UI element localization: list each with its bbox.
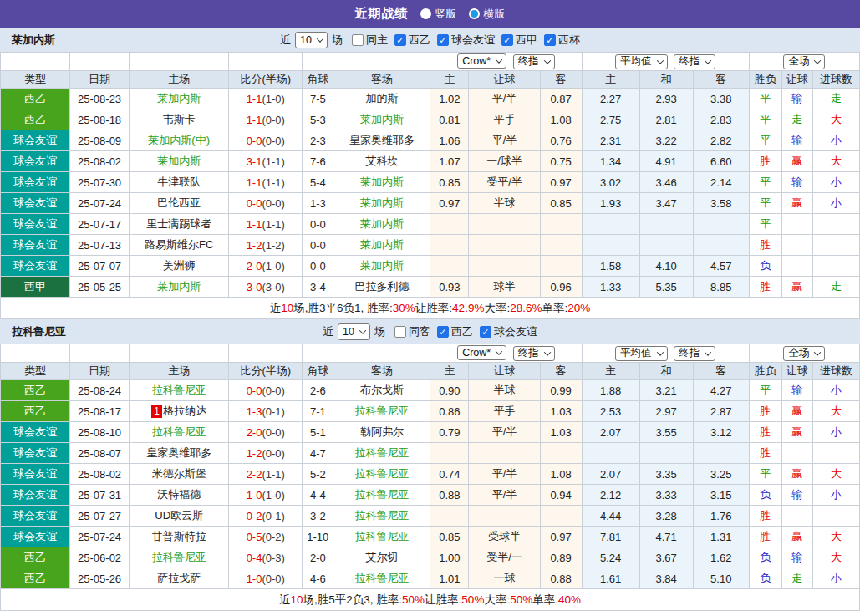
col-header-crow-away: 客	[540, 363, 582, 380]
away-team-cell: 艾尔切	[333, 547, 430, 568]
checkbox-icon[interactable]	[352, 34, 364, 46]
match-row: 西乙25-08-18韦斯卡1-1(0-0)5-3莱加内斯0.81平手1.082.…	[1, 109, 860, 130]
match-row: 球会友谊25-08-09莱加内斯(中)0-0(0-0)2-3皇家奥维耶多1.06…	[1, 130, 860, 151]
away-team-name: 拉科鲁尼亚	[354, 488, 409, 501]
filter-label: 同客	[409, 324, 430, 339]
match-row: 球会友谊25-08-02米德尔斯堡2-2(1-1)5-2拉科鲁尼亚0.74平/半…	[1, 464, 860, 485]
handicap-away-odds	[540, 235, 582, 256]
handicap-away-odds: 0.99	[540, 380, 582, 401]
games-count-select[interactable]: 10	[295, 32, 328, 48]
home-team-cell: 莱加内斯	[130, 151, 229, 172]
fulltime-group: 全场	[749, 344, 859, 363]
corners-cell: 4-6	[303, 568, 333, 589]
checkbox-icon[interactable]	[437, 34, 449, 46]
league-type-cell: 球会友谊	[1, 256, 70, 277]
checkbox-icon[interactable]	[501, 34, 513, 46]
filter-西乙[interactable]: 西乙	[437, 324, 473, 339]
filter-label: 西乙	[451, 324, 473, 339]
odds-company-select[interactable]: Crow*	[457, 53, 506, 69]
final-odds-select[interactable]: 终指	[674, 54, 715, 69]
fulltime-score: 2-0	[247, 260, 262, 272]
corners-cell: 5-3	[303, 109, 333, 130]
col-header-crow-away: 客	[540, 71, 582, 89]
fulltime-score: 0-2	[247, 510, 262, 522]
date-cell: 25-07-13	[70, 235, 130, 256]
odds-company-select[interactable]: Crow*	[457, 345, 506, 360]
match-row: 西乙25-08-23莱加内斯1-1(1-0)7-5加的斯1.02平/半0.872…	[1, 89, 860, 109]
score-cell: 1-1(0-0)	[229, 109, 303, 130]
home-team-name: 美洲狮	[163, 259, 196, 272]
home-team-name: 韦斯卡	[163, 113, 196, 125]
average-odds-select[interactable]: 平均值	[615, 346, 668, 361]
header-spacer	[1, 53, 70, 71]
avg-draw-odds: 3.21	[639, 380, 693, 401]
checkbox-icon[interactable]	[394, 34, 406, 46]
avg-away-odds: 2.82	[693, 130, 749, 151]
filter-西乙[interactable]: 西乙	[394, 33, 430, 48]
average-odds-group: 平均值 终指	[582, 53, 749, 71]
fulltime-score: 0-0	[247, 197, 262, 210]
col-header-winloss: 胜负	[749, 363, 781, 380]
result-goals	[812, 506, 859, 527]
corners-cell: 1-3	[303, 193, 333, 214]
home-team-name: 巴伦西亚	[157, 196, 201, 209]
chevron-down-icon	[496, 349, 502, 355]
result-handicap: 赢	[781, 527, 812, 547]
col-header-avg-draw: 和	[639, 363, 693, 380]
filter-球会友谊[interactable]: 球会友谊	[480, 324, 537, 339]
away-team-name: 巴拉多利德	[354, 280, 409, 293]
games-count-select[interactable]: 10	[338, 323, 370, 340]
final-odds-select[interactable]: 终指	[674, 346, 715, 361]
filter-同客[interactable]: 同客	[394, 324, 430, 339]
checkbox-icon[interactable]	[394, 326, 406, 338]
avg-home-odds: 2.75	[582, 109, 639, 130]
col-header-home: 主场	[130, 363, 229, 380]
average-odds-select[interactable]: 平均值	[615, 54, 668, 69]
layout-radio-horizontal[interactable]: 横版	[469, 7, 506, 22]
corners-cell: 2-0	[303, 547, 333, 568]
chevron-down-icon	[656, 349, 663, 355]
home-team-name: 萨拉戈萨	[157, 572, 201, 584]
away-team-name: 拉科鲁尼亚	[354, 572, 409, 584]
filter-西甲[interactable]: 西甲	[501, 33, 537, 48]
score-cell: 0-0(0-0)	[229, 380, 303, 401]
bottom-spacer	[0, 611, 860, 616]
fulltime-select[interactable]: 全场	[783, 54, 825, 69]
avg-away-odds: 3.25	[693, 464, 749, 485]
final-odds-select[interactable]: 终指	[513, 54, 555, 69]
away-team-cell: 莱加内斯	[333, 109, 430, 130]
date-cell: 25-08-10	[70, 422, 130, 443]
avg-away-odds: 4.57	[693, 256, 749, 277]
col-header-date: 日期	[70, 363, 130, 380]
layout-radio-vertical[interactable]: 竖版	[420, 7, 457, 22]
section-filter-bar: 莱加内斯 近 10 场 同主西乙球会友谊西甲西杯	[0, 28, 860, 52]
fulltime-group: 全场	[749, 53, 859, 71]
filter-西杯[interactable]: 西杯	[544, 33, 580, 48]
date-cell: 25-07-30	[70, 172, 130, 193]
match-row: 西乙25-08-24拉科鲁尼亚0-0(0-0)2-6布尔戈斯0.90半球0.99…	[1, 380, 860, 401]
league-type-cell: 球会友谊	[1, 172, 70, 193]
final-odds-select[interactable]: 终指	[513, 346, 555, 361]
result-handicap: 赢	[781, 193, 812, 214]
date-cell: 25-07-27	[70, 506, 130, 527]
result-goals: 大	[812, 401, 859, 422]
result-handicap	[781, 443, 812, 464]
league-filter-checkboxes: 同客西乙球会友谊	[389, 324, 537, 339]
checkbox-icon[interactable]	[437, 326, 449, 338]
result-goals: 小	[812, 485, 859, 506]
result-goals	[812, 443, 859, 464]
checkbox-icon[interactable]	[544, 34, 556, 46]
avg-home-odds: 1.88	[582, 380, 639, 401]
filter-球会友谊[interactable]: 球会友谊	[437, 33, 495, 48]
filter-同主[interactable]: 同主	[352, 33, 388, 48]
checkbox-icon[interactable]	[480, 326, 491, 338]
games-suffix-label: 场	[332, 33, 343, 48]
date-cell: 25-08-23	[70, 89, 130, 109]
result-handicap	[781, 235, 812, 256]
date-cell: 25-08-17	[70, 401, 130, 422]
away-team-cell: 皇家奥维耶多	[333, 130, 430, 151]
summary-text: 10	[281, 302, 293, 314]
fulltime-select[interactable]: 全场	[783, 346, 825, 361]
result-goals: 小	[812, 568, 859, 589]
near-label: 近	[323, 324, 333, 339]
